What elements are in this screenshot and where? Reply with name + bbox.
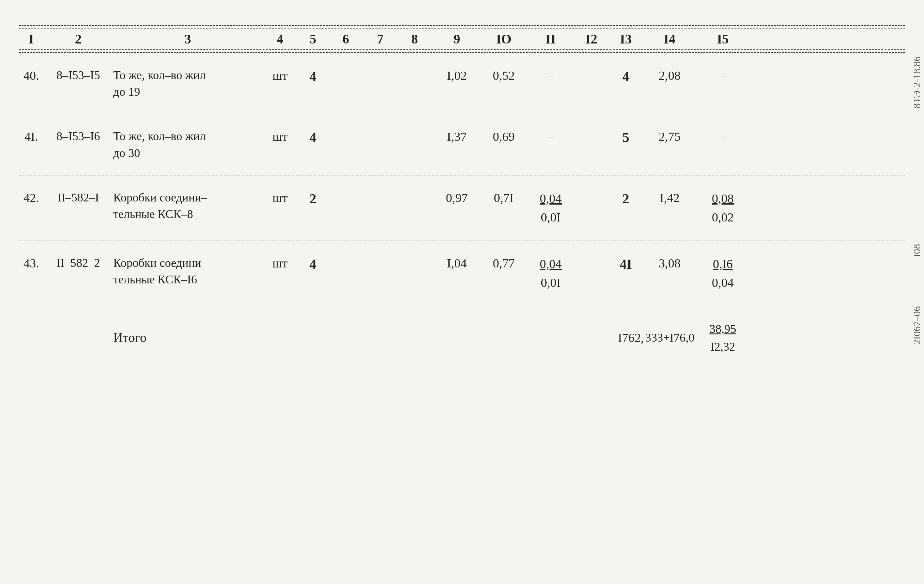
- row-40-stamp: 8ТЭ-2-18.86: [911, 56, 922, 108]
- row-43-col10: 0,77: [482, 253, 526, 273]
- row-41-col10: 0,69: [482, 127, 526, 147]
- row-42-col12: [576, 188, 607, 190]
- col-header-15: I5: [695, 31, 751, 46]
- itogo-empty7: [363, 337, 398, 339]
- col-header-8: 8: [398, 31, 432, 46]
- row-41-col12: [576, 127, 607, 129]
- row-40-col13: 4: [607, 66, 645, 87]
- row-43-col6: [328, 253, 363, 256]
- row-43: 43. II–582–2 Коробки соедини– тельные КС…: [19, 253, 905, 294]
- itogo-col15: 38,95 I2,32: [695, 319, 751, 357]
- itogo-empty8: [398, 337, 432, 339]
- col-header-12: I2: [576, 31, 607, 46]
- row-40-desc: То же, кол–во жил до 19: [113, 66, 263, 101]
- itogo-row: Итого I762, 333+I76,0 38,95 I2,32 2I067–…: [19, 306, 905, 360]
- col-header-10: IO: [482, 31, 526, 46]
- itogo-label: Итого: [113, 327, 263, 348]
- row-40-col7: [363, 66, 398, 68]
- row-42-col10: 0,7I: [482, 188, 526, 208]
- itogo-empty6: [328, 337, 363, 339]
- row-41-col15: –: [695, 127, 751, 147]
- row-41-qty: 4: [297, 127, 328, 148]
- itogo-empty2: [44, 337, 113, 339]
- row-41: 4I. 8–I53–I6 То же, кол–во жил до 30 шт …: [19, 127, 905, 162]
- itogo-col13: I762,: [607, 328, 645, 348]
- itogo-stamp: 2I067–06: [911, 306, 922, 345]
- row-41-col13: 5: [607, 127, 645, 148]
- row-42: 42. II–582–I Коробки соедини– тельные КС…: [19, 188, 905, 228]
- row-43-unit: шт: [263, 253, 297, 273]
- row-40-col11: –: [526, 66, 576, 86]
- row-42-col14: I,42: [645, 188, 695, 208]
- row-42-section: 42. II–582–I Коробки соедини– тельные КС…: [19, 175, 905, 241]
- row-40-num: 40.: [19, 66, 44, 86]
- row-43-col12: [576, 253, 607, 256]
- row-40-col8: [398, 66, 432, 68]
- row-42-code: II–582–I: [44, 188, 113, 207]
- row-41-col14: 2,75: [645, 127, 695, 147]
- row-43-stamp: I08: [911, 244, 922, 257]
- col-header-7: 7: [363, 31, 398, 46]
- row-42-col13: 2: [607, 188, 645, 210]
- col-header-1: I: [19, 31, 44, 46]
- header-row: I 2 3 4 5 6 7 8 9 IO II I2 I3 I4 I5: [19, 25, 905, 53]
- row-43-col14: 3,08: [645, 253, 695, 273]
- row-41-col7: [363, 127, 398, 129]
- row-43-col7: [363, 253, 398, 256]
- row-40-section: 40. 8–I53–I5 То же, кол–во жил до 19 шт …: [19, 53, 905, 114]
- row-42-col11: 0,04 0,0I: [526, 188, 576, 228]
- col-header-13: I3: [607, 31, 645, 46]
- itogo-empty1: [19, 337, 44, 339]
- row-43-col9: I,04: [432, 253, 482, 273]
- row-43-col13: 4I: [607, 253, 645, 275]
- col-header-2: 2: [44, 31, 113, 46]
- col-header-9: 9: [432, 31, 482, 46]
- row-42-qty: 2: [297, 188, 328, 210]
- row-43-qty: 4: [297, 253, 328, 275]
- row-41-code: 8–I53–I6: [44, 127, 113, 146]
- col-header-5: 5: [297, 31, 328, 46]
- row-41-section: 4I. 8–I53–I6 То же, кол–во жил до 30 шт …: [19, 114, 905, 175]
- row-42-desc: Коробки соедини– тельные КСК–8: [113, 188, 263, 224]
- row-40-col10: 0,52: [482, 66, 526, 86]
- row-42-num: 42.: [19, 188, 44, 208]
- row-43-col15: 0,I6 0,04: [695, 253, 751, 294]
- row-41-unit: шт: [263, 127, 297, 147]
- row-40-qty: 4: [297, 66, 328, 87]
- col-header-11: II: [526, 31, 576, 46]
- row-40-col6: [328, 66, 363, 68]
- row-40-col15: –: [695, 66, 751, 86]
- table-container: I 2 3 4 5 6 7 8 9 IO II I2 I3 I4 I5 40. …: [19, 25, 905, 360]
- row-40-unit: шт: [263, 66, 297, 86]
- row-43-desc: Коробки соедини– тельные КСК–I6: [113, 253, 263, 289]
- row-43-col8: [398, 253, 432, 256]
- row-43-num: 43.: [19, 253, 44, 273]
- itogo-empty11: [526, 337, 576, 339]
- itogo-empty12: [576, 337, 607, 339]
- itogo-empty10: [482, 337, 526, 339]
- row-42-unit: шт: [263, 188, 297, 208]
- row-40-col14: 2,08: [645, 66, 695, 86]
- row-43-section: 43. II–582–2 Коробки соедини– тельные КС…: [19, 241, 905, 306]
- row-40-code: 8–I53–I5: [44, 66, 113, 85]
- row-42-col7: [363, 188, 398, 190]
- row-41-desc: То же, кол–во жил до 30: [113, 127, 263, 162]
- row-42-col15: 0,08 0,02: [695, 188, 751, 228]
- itogo-empty4: [263, 337, 297, 339]
- row-43-col11: 0,04 0,0I: [526, 253, 576, 294]
- col-header-6: 6: [328, 31, 363, 46]
- row-41-col8: [398, 127, 432, 129]
- row-40: 40. 8–I53–I5 То же, кол–во жил до 19 шт …: [19, 66, 905, 101]
- itogo-empty5: [297, 337, 328, 339]
- row-41-col11: –: [526, 127, 576, 147]
- row-41-num: 4I.: [19, 127, 44, 147]
- itogo-col14: 333+I76,0: [645, 328, 695, 348]
- itogo-empty9: [432, 337, 482, 339]
- page: I 2 3 4 5 6 7 8 9 IO II I2 I3 I4 I5 40. …: [0, 0, 924, 584]
- row-43-code: II–582–2: [44, 253, 113, 272]
- col-header-4: 4: [263, 31, 297, 46]
- row-42-col6: [328, 188, 363, 190]
- row-42-col8: [398, 188, 432, 190]
- row-40-col9: I,02: [432, 66, 482, 86]
- col-header-3: 3: [113, 31, 263, 46]
